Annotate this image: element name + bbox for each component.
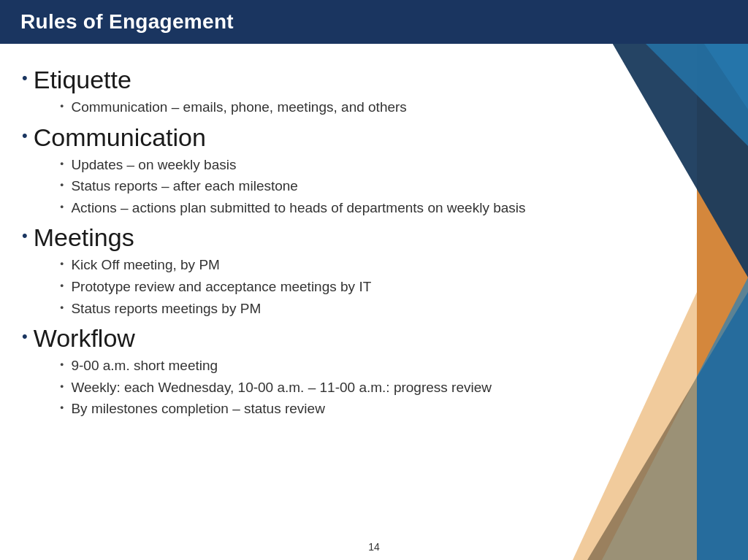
main-bullet-icon: •: [22, 128, 28, 144]
main-item-etiquette: •Etiquette: [22, 66, 722, 94]
sub-item-milestones: ●By milestones completion – status revie…: [60, 399, 722, 419]
sub-bullet-icon: ●: [60, 304, 64, 311]
slide: Rules of Engagement •Etiquette●Communica…: [0, 0, 748, 560]
sub-list-etiquette: ●Communication – emails, phone, meetings…: [60, 97, 722, 118]
main-label-communication: Communication: [34, 123, 206, 152]
sub-item-status-reports: ●Status reports – after each milestone: [60, 176, 722, 196]
sub-label-status-reports: Status reports – after each milestone: [71, 176, 298, 196]
sub-bullet-icon: ●: [60, 282, 64, 289]
sub-label-updates: Updates – on weekly basis: [71, 155, 236, 175]
main-bullet-icon: •: [22, 329, 28, 345]
sub-bullet-icon: ●: [60, 181, 64, 188]
sub-item-updates: ●Updates – on weekly basis: [60, 155, 722, 175]
sub-list-workflow: ●9-00 a.m. short meeting●Weekly: each We…: [60, 356, 722, 419]
main-bullet-icon: •: [22, 70, 28, 86]
sub-label-communication-sub: Communication – emails, phone, meetings,…: [71, 97, 406, 118]
sub-label-milestones: By milestones completion – status review: [71, 399, 324, 419]
sub-item-weekly-meeting: ●Weekly: each Wednesday, 10-00 a.m. – 11…: [60, 377, 722, 398]
main-label-workflow: Workflow: [34, 324, 135, 353]
sub-label-status-reports-meetings: Status reports meetings by PM: [71, 299, 261, 319]
sub-list-communication: ●Updates – on weekly basis●Status report…: [60, 155, 722, 218]
page-number: 14: [368, 541, 380, 553]
sub-label-kick-off: Kick Off meeting, by PM: [71, 255, 219, 275]
sub-item-status-reports-meetings: ●Status reports meetings by PM: [60, 299, 722, 319]
sub-item-communication-sub: ●Communication – emails, phone, meetings…: [60, 97, 722, 118]
sub-bullet-icon: ●: [60, 383, 64, 390]
sub-label-short-meeting: 9-00 a.m. short meeting: [71, 356, 218, 376]
slide-header: Rules of Engagement: [0, 0, 748, 44]
main-label-meetings: Meetings: [34, 223, 134, 252]
main-item-communication: •Communication: [22, 123, 722, 152]
sub-bullet-icon: ●: [60, 361, 64, 368]
sub-item-prototype-review: ●Prototype review and acceptance meeting…: [60, 277, 722, 297]
sub-bullet-icon: ●: [60, 203, 64, 210]
sub-bullet-icon: ●: [60, 160, 64, 167]
sub-item-kick-off: ●Kick Off meeting, by PM: [60, 255, 722, 275]
sub-list-meetings: ●Kick Off meeting, by PM●Prototype revie…: [60, 255, 722, 318]
sub-label-prototype-review: Prototype review and acceptance meetings…: [71, 277, 371, 297]
slide-content: •Etiquette●Communication – emails, phone…: [0, 44, 748, 428]
slide-title: Rules of Engagement: [20, 10, 234, 34]
main-label-etiquette: Etiquette: [34, 66, 131, 94]
sub-label-weekly-meeting: Weekly: each Wednesday, 10-00 a.m. – 11-…: [71, 377, 492, 398]
sub-bullet-icon: ●: [60, 260, 64, 267]
main-item-workflow: •Workflow: [22, 324, 722, 353]
sub-label-actions: Actions – actions plan submitted to head…: [71, 198, 525, 218]
sub-bullet-icon: ●: [60, 102, 64, 110]
main-item-meetings: •Meetings: [22, 223, 722, 252]
sub-bullet-icon: ●: [60, 404, 64, 411]
sub-item-actions: ●Actions – actions plan submitted to hea…: [60, 198, 722, 218]
main-bullet-icon: •: [22, 228, 28, 244]
sub-item-short-meeting: ●9-00 a.m. short meeting: [60, 356, 722, 376]
